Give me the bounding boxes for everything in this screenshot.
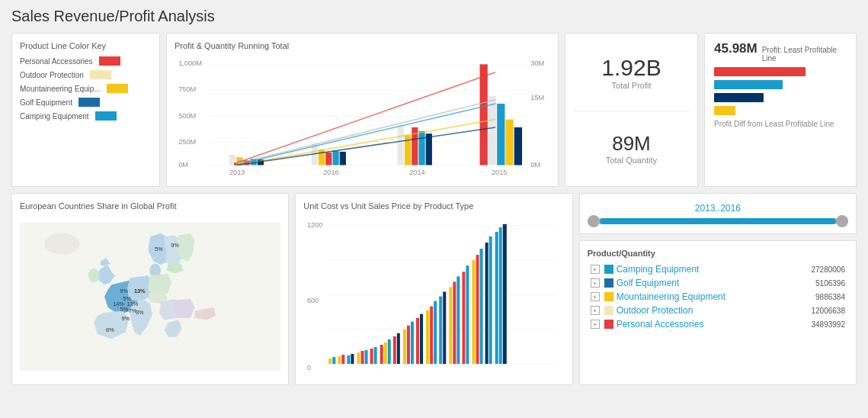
svg-text:13%: 13% [127,301,139,307]
svg-text:15M: 15M [530,94,544,101]
lp-bar [714,106,735,115]
lp-header: Profit: Least Profitable Line [762,46,847,63]
total-profit-label: Total Profit [601,81,661,90]
product-value: 34893992 [812,320,846,329]
map-title: European Countries Share in Global Profi… [20,201,280,211]
svg-rect-106 [499,227,502,364]
svg-rect-78 [370,349,373,364]
svg-rect-75 [357,352,360,364]
svg-rect-72 [342,355,345,364]
slider-card[interactable]: 2013..2016 [579,193,857,234]
expand-icon[interactable]: + [591,278,600,288]
svg-rect-105 [495,232,498,364]
svg-rect-97 [457,276,460,364]
svg-rect-89 [420,314,423,364]
product-value: 27280006 [812,265,846,274]
svg-rect-29 [426,133,432,165]
slider-handle-right[interactable] [836,215,848,227]
slider-handle-left[interactable] [588,215,600,227]
svg-text:3%: 3% [136,309,144,316]
svg-rect-86 [407,326,410,364]
expand-icon[interactable]: + [591,306,600,315]
color-swatch [107,84,128,93]
lp-bar-row [714,93,847,102]
svg-rect-84 [397,333,400,364]
svg-rect-103 [485,243,488,364]
svg-point-45 [44,233,79,255]
product-color-dot [604,320,613,329]
unit-cost-svg: 1200 600 0 [303,217,564,377]
svg-rect-69 [329,359,332,364]
map-area: 13% 9% 5% 13% 14% 5% 7% 9% 8% 5% 9% 3% [20,217,280,377]
color-swatch [99,56,120,66]
svg-rect-31 [488,96,496,166]
svg-text:30M: 30M [530,59,544,67]
color-key-label: Outdoor Protection [20,71,84,79]
color-key-item: Personal Accessories [20,56,152,66]
color-swatch [95,111,117,121]
svg-text:0M: 0M [178,160,188,168]
svg-rect-24 [340,152,346,166]
expand-icon[interactable]: + [591,320,600,329]
svg-text:250M: 250M [178,138,196,146]
color-key-label: Golf Equipment [20,98,72,107]
total-qty-label: Total Quantity [606,156,657,165]
color-key-item: Camping Equipment [20,111,152,121]
total-qty-value: 89M [606,132,657,156]
product-table-row: + Camping Equipment 27280006 [588,262,848,276]
svg-rect-73 [348,355,351,364]
svg-rect-91 [430,307,433,365]
svg-rect-104 [489,236,492,364]
svg-line-39 [237,100,495,164]
lp-value: 45.98M [714,41,757,56]
lp-bar [714,67,806,76]
svg-text:9%: 9% [171,242,179,249]
product-table-row: + Personal Accessories 34893992 [588,317,848,331]
lp-footer: Profit Diff from Least Profitable Line [714,120,847,128]
svg-text:13%: 13% [134,288,146,294]
svg-rect-70 [333,357,336,364]
svg-text:750M: 750M [178,85,196,93]
svg-rect-30 [480,64,488,165]
svg-rect-98 [463,272,466,364]
total-profit-card: 1.92B Total Profit 89M Total Quantity [565,33,698,187]
product-table-card: Product/Quantity + Camping Equipment 272… [579,240,857,385]
product-value: 5106396 [815,279,845,288]
svg-rect-32 [497,104,504,166]
svg-rect-25 [398,126,404,166]
page-title: Sales Revenue/Profit Analysis [11,8,857,25]
product-color-dot [604,265,613,274]
product-color-dot [604,278,613,288]
svg-text:2014: 2014 [409,169,425,176]
product-label: Mountaineering Equipment [617,291,812,302]
svg-text:1200: 1200 [307,221,322,229]
total-profit-value: 1.92B [601,55,661,81]
slider-track[interactable] [588,218,848,224]
svg-rect-101 [476,255,479,364]
svg-text:8%: 8% [106,326,114,333]
svg-rect-90 [426,310,429,364]
map-card: European Countries Share in Global Profi… [11,193,289,385]
profit-chart-card: Profit & Quantity Running Total 1,000M 7… [166,33,559,187]
svg-rect-107 [503,224,507,364]
svg-rect-83 [393,336,396,364]
svg-rect-76 [361,351,364,364]
svg-text:0M: 0M [530,160,540,168]
product-color-dot [604,292,613,301]
svg-line-35 [237,72,495,163]
product-label: Personal Accessories [617,319,809,330]
color-key-label: Camping Equipment [20,112,89,121]
profit-chart-svg: 1,000M 750M 500M 250M 0M 30M 15M 0M [175,56,550,178]
expand-icon[interactable]: + [591,265,600,274]
product-label: Outdoor Protection [617,305,809,316]
expand-icon[interactable]: + [591,292,600,301]
svg-rect-71 [338,356,341,364]
svg-line-36 [237,104,495,164]
svg-text:2016: 2016 [323,169,339,176]
color-swatch [90,70,111,79]
lp-bar-row [714,80,847,89]
right-panel: 2013..2016 Product/Quantity + Camping Eq… [579,193,857,385]
lp-bar [714,93,764,102]
profit-chart-title: Profit & Quantity Running Total [175,41,550,50]
product-table-row: + Golf Equipment 5106396 [588,276,848,290]
